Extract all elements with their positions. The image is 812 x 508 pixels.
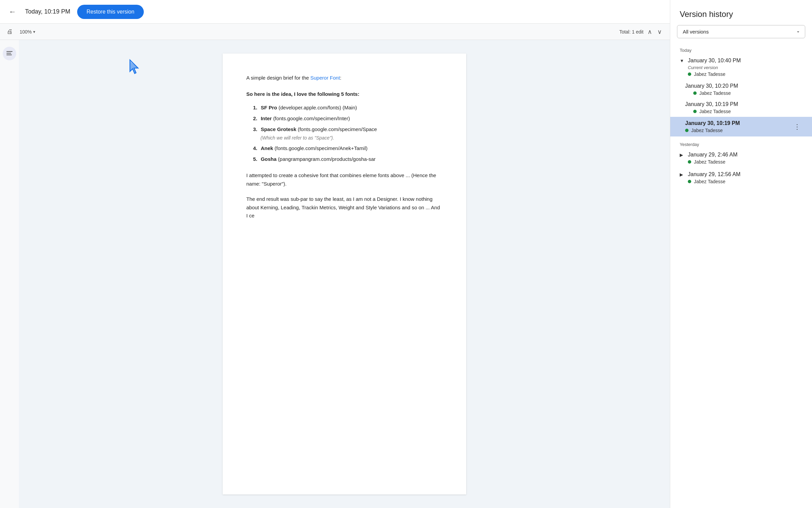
doc-font-list: 1. SF Pro (developer.apple.com/fonts) (M… <box>246 104 443 163</box>
svg-rect-1 <box>6 53 11 54</box>
chevron-right-icon: ▶ <box>680 172 685 177</box>
user-dot-icon <box>688 72 691 76</box>
version-user-row: Jabez Tadesse <box>688 159 803 165</box>
version-user-row: Jabez Tadesse <box>693 90 803 96</box>
zoom-value: 100% <box>20 29 32 35</box>
chevron-down-icon: ▼ <box>680 58 685 63</box>
user-dot-icon <box>688 160 691 164</box>
superor-font-link[interactable]: Superor Font <box>310 75 340 81</box>
list-item: 3. Space Grotesk (fonts.google.com/speci… <box>253 125 443 142</box>
toolbar: 🖨 100% ▾ Total: 1 edit ∧ ∨ <box>0 24 670 40</box>
doc-scroll-area[interactable]: A simple design brief for the Superor Fo… <box>19 40 670 508</box>
user-dot-icon <box>693 91 697 95</box>
version-item-jan29-246[interactable]: ▶ January 29, 2:46 AM Jabez Tadesse <box>670 148 812 168</box>
doc-para2: The end result was sub-par to say the le… <box>246 195 443 220</box>
today-label: Today <box>670 45 812 54</box>
version-list: Today ▼ January 30, 10:40 PM Current ver… <box>670 45 812 508</box>
doc-intro: A simple design brief for the Superor Fo… <box>246 74 443 82</box>
nav-down-button[interactable]: ∨ <box>656 27 663 37</box>
doc-sidebar <box>0 40 19 508</box>
list-item: 2. Inter (fonts.google.com/specimen/Inte… <box>253 114 443 123</box>
back-button[interactable]: ← <box>7 5 18 18</box>
edit-count: Total: 1 edit ∧ ∨ <box>619 27 663 37</box>
doc-area: A simple design brief for the Superor Fo… <box>0 40 670 508</box>
list-item: 1. SF Pro (developer.apple.com/fonts) (M… <box>253 104 443 112</box>
version-item-jan30-1020[interactable]: January 30, 10:20 PM Jabez Tadesse <box>670 80 812 99</box>
version-item-jan30-1040[interactable]: ▼ January 30, 10:40 PM Current version J… <box>670 54 812 80</box>
user-dot-icon <box>688 180 691 183</box>
current-version-label: Current version <box>688 65 803 70</box>
outline-button[interactable] <box>3 47 16 60</box>
nav-up-button[interactable]: ∧ <box>646 27 653 37</box>
version-more-options-button[interactable]: ⋮ <box>792 123 803 131</box>
doc-heading: So here is the idea, I love the followin… <box>246 90 443 98</box>
yesterday-label: Yesterday <box>670 139 812 148</box>
current-version-date: Today, 10:19 PM <box>25 8 70 15</box>
version-item-jan29-1256[interactable]: ▶ January 29, 12:56 AM Jabez Tadesse <box>670 168 812 188</box>
user-dot-icon <box>685 129 689 132</box>
print-icon[interactable]: 🖨 <box>7 28 13 35</box>
version-user-row: Jabez Tadesse <box>693 109 803 114</box>
list-item: 5. Gosha (pangrampangram.com/products/go… <box>253 155 443 163</box>
version-history-sidebar: Version history All versions Named versi… <box>670 0 812 508</box>
version-filter-container: All versions Named versions <box>677 25 805 38</box>
svg-rect-2 <box>6 55 12 55</box>
version-group-jan30: ▼ January 30, 10:40 PM Current version J… <box>670 54 812 136</box>
pointer-cursor-icon <box>127 59 142 79</box>
top-bar: ← Today, 10:19 PM Restore this version <box>0 0 670 24</box>
restore-button[interactable]: Restore this version <box>77 5 144 19</box>
document-page: A simple design brief for the Superor Fo… <box>223 54 466 494</box>
version-user-row: Jabez Tadesse <box>688 71 803 77</box>
version-item-header: ▼ January 30, 10:40 PM <box>680 58 803 64</box>
version-item-jan30-1019a[interactable]: January 30, 10:19 PM Jabez Tadesse <box>670 99 812 117</box>
svg-rect-0 <box>6 51 13 52</box>
version-user-row: Jabez Tadesse <box>688 179 803 184</box>
zoom-control[interactable]: 100% ▾ <box>17 28 38 36</box>
version-filter-select[interactable]: All versions Named versions <box>677 25 805 38</box>
zoom-dropdown-icon: ▾ <box>33 29 35 34</box>
version-item-jan30-1019b-selected[interactable]: January 30, 10:19 PM Jabez Tadesse ⋮ <box>670 117 812 136</box>
doc-para1: I attempted to create a cohesive font th… <box>246 171 443 188</box>
user-dot-icon <box>693 110 697 113</box>
chevron-right-icon: ▶ <box>680 152 685 157</box>
list-item: 4. Anek (fonts.google.com/specimen/Anek+… <box>253 144 443 152</box>
version-user-row: Jabez Tadesse <box>685 128 792 133</box>
sidebar-title: Version history <box>670 0 812 25</box>
